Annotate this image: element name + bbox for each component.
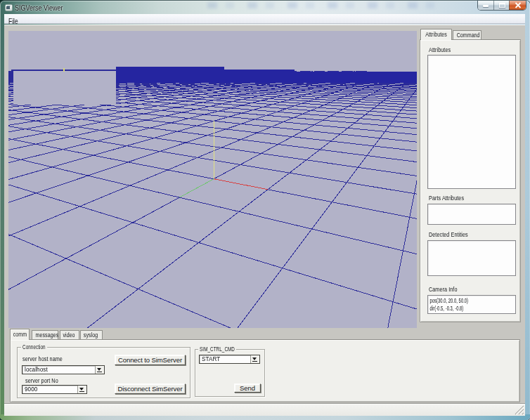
window-frame-right: [525, 1, 530, 420]
server-port-dropdown-button[interactable]: [77, 386, 86, 393]
caption-button-group: [478, 1, 526, 10]
tab-label: video: [63, 331, 75, 339]
tab-attributes[interactable]: Attributes: [420, 29, 452, 40]
maximize-button[interactable]: [493, 1, 509, 10]
dropdown-underline: [252, 361, 257, 362]
tab-label: Command: [457, 31, 480, 39]
minimize-icon: [483, 5, 489, 7]
statusbar: [4, 403, 525, 416]
close-icon: [515, 2, 522, 8]
app-window: SIGVerse Viewer File Attributes Command …: [0, 1, 530, 420]
parts-attributes-label: Parts Attributes: [429, 195, 464, 202]
dropdown-underline: [97, 372, 102, 372]
camera-dir-text: dir(-0.5, -0.3, -0.8): [430, 305, 484, 313]
client-area: Attributes Command Attributes Parts Attr…: [4, 25, 525, 415]
titlebar[interactable]: SIGVerse Viewer: [0, 1, 530, 14]
app-icon: [5, 4, 13, 11]
3d-viewport[interactable]: [8, 31, 417, 328]
camera-pos-text: pos(30.0, 20.0, 50.0): [430, 297, 484, 305]
tab-video[interactable]: video: [60, 330, 79, 339]
dropdown-underline: [79, 391, 84, 392]
sim-ctrl-cmd-value: START: [202, 355, 220, 363]
server-host-name-label: server host name: [22, 355, 63, 362]
close-button[interactable]: [509, 1, 526, 10]
camera-info-box: pos(30.0, 20.0, 50.0) dir(-0.5, -0.3, -0…: [427, 295, 516, 314]
camera-info-label: Camera Info: [429, 286, 458, 293]
server-host-dropdown-button[interactable]: [95, 366, 104, 374]
sim-ctrl-dropdown-button[interactable]: [250, 355, 259, 363]
detected-entities-label: Detected Entities: [429, 231, 468, 238]
minimize-button[interactable]: [478, 1, 493, 10]
resize-grip[interactable]: [515, 405, 524, 415]
send-button[interactable]: Send: [234, 383, 261, 393]
attributes-label: Attributes: [429, 46, 451, 53]
app-icon-detail: [7, 6, 11, 6]
tab-label: Attributes: [425, 29, 446, 40]
tab-command[interactable]: Command: [453, 30, 481, 39]
disconnect-button[interactable]: Disconnect SimServer: [115, 383, 186, 394]
tab-label: messages: [36, 331, 59, 339]
window-title: SIGVerse Viewer: [15, 4, 63, 12]
tab-syslog[interactable]: syslog: [80, 330, 103, 339]
connection-group-label: Connection: [21, 343, 47, 350]
server-host-value: localhost: [25, 366, 48, 374]
tab-comm[interactable]: comm: [10, 329, 30, 340]
sim-ctrl-group-label: SIM_CTRL_CMD: [198, 346, 236, 353]
app-icon-detail: [6, 6, 10, 9]
tab-messages[interactable]: messages: [32, 330, 58, 339]
tab-label: comm: [13, 329, 26, 340]
tab-label: syslog: [84, 331, 98, 339]
glass-reflection: [207, 2, 439, 8]
server-port-combobox[interactable]: 9000: [22, 385, 87, 394]
dropdown-arrow-icon: [97, 368, 101, 371]
connect-button[interactable]: Connect to SimServer: [115, 355, 186, 365]
menubar: File: [4, 14, 525, 24]
comm-panel: Connection server host name localhost se…: [10, 339, 520, 402]
server-port-label: server port No: [25, 377, 58, 384]
sim-ctrl-cmd-combobox[interactable]: START: [199, 355, 260, 364]
maximize-icon: [499, 3, 505, 8]
detected-entities-box[interactable]: [427, 240, 516, 276]
attributes-listbox[interactable]: [427, 55, 516, 189]
server-host-combobox[interactable]: localhost: [22, 365, 105, 374]
dropdown-arrow-icon: [79, 388, 84, 391]
parts-attributes-box[interactable]: [427, 204, 516, 225]
dropdown-arrow-icon: [252, 357, 257, 360]
server-port-value: 9000: [25, 386, 37, 393]
